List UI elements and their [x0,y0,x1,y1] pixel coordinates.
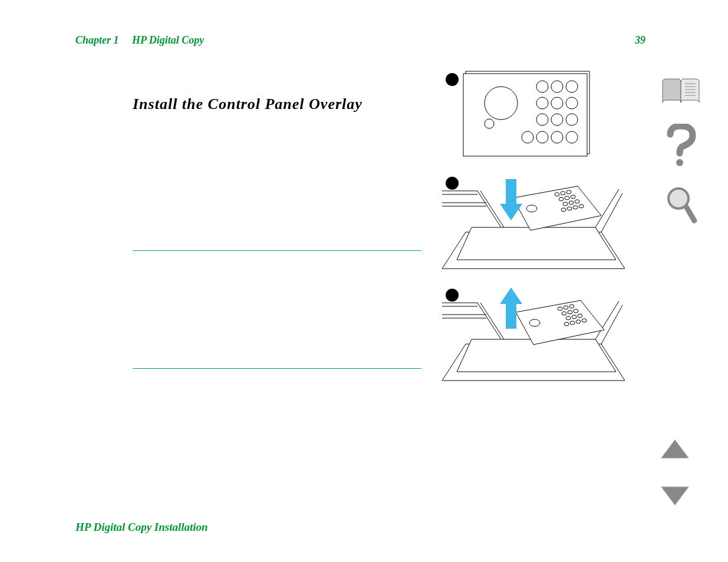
step-marker-icon [446,177,459,190]
svg-line-49 [480,303,504,339]
remove-up-illustration [442,286,625,386]
install-down-illustration [442,174,625,275]
diagram-step-2 [442,174,619,275]
svg-marker-69 [500,287,522,304]
header-left: Chapter 1 HP Digital Copy [75,34,204,47]
svg-marker-81 [661,487,689,505]
search-icon[interactable] [663,186,699,230]
svg-rect-42 [506,179,516,204]
chapter-label: Chapter 1 [75,34,119,46]
overlay-illustration [442,68,595,162]
help-icon[interactable] [663,124,699,168]
step-marker-icon [446,289,459,302]
page-down-icon[interactable] [660,485,690,509]
page-nav [657,438,693,509]
sidebar-toolbar [657,77,704,230]
svg-marker-79 [661,439,689,458]
svg-rect-78 [683,204,698,224]
diagram-step-1 [442,68,619,162]
svg-marker-43 [500,204,522,220]
svg-line-48 [477,303,501,339]
svg-line-22 [480,191,504,227]
svg-line-21 [477,191,501,227]
book-icon[interactable] [660,77,701,106]
svg-point-76 [676,159,683,166]
svg-rect-70 [506,304,516,329]
page-title: Install the Control Panel Overlay [133,95,363,113]
page-number: 39 [635,34,645,47]
diagram-step-3 [442,286,619,386]
arrow-up-icon [500,287,522,329]
page-up-icon[interactable] [660,438,690,462]
divider [133,368,421,369]
footer-text: HP Digital Copy Installation [75,521,208,534]
svg-marker-24 [457,227,616,260]
step-marker-icon [446,73,459,86]
divider [133,250,421,251]
page-header: Chapter 1 HP Digital Copy 39 [75,34,645,47]
section-label: HP Digital Copy [132,34,204,46]
